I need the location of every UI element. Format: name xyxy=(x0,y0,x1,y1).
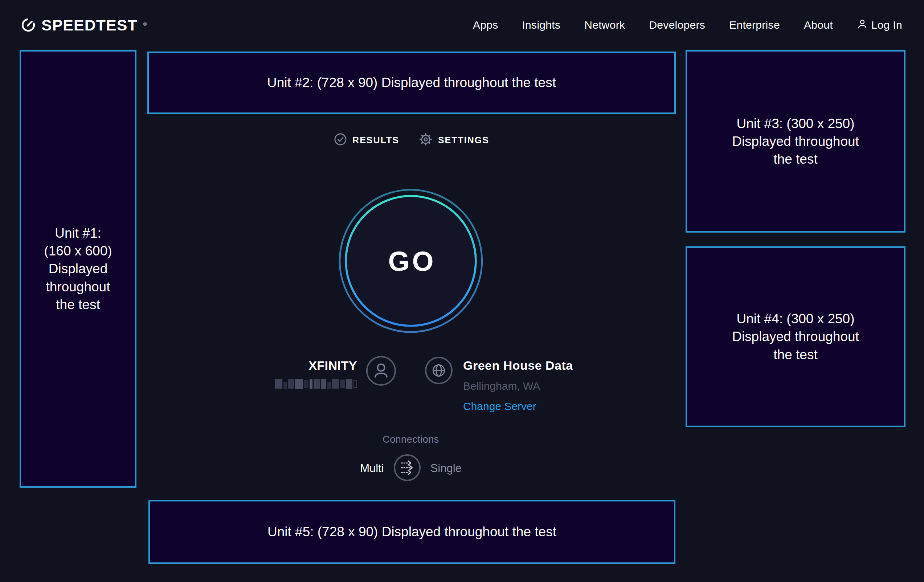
tab-results[interactable]: RESULTS xyxy=(334,133,399,147)
isp-user-icon[interactable] xyxy=(366,356,396,387)
nav-item-developers[interactable]: Developers xyxy=(649,19,705,31)
tab-settings-label: SETTINGS xyxy=(438,135,489,145)
tab-settings[interactable]: SETTINGS xyxy=(419,132,489,148)
gear-icon xyxy=(419,132,432,148)
login-label: Log In xyxy=(871,19,902,31)
ad-unit-4[interactable]: Unit #4: (300 x 250) Displayed throughou… xyxy=(686,246,906,427)
login-button[interactable]: Log In xyxy=(857,18,902,32)
go-button-label: GO xyxy=(335,185,487,337)
isp-info: XFINITY xyxy=(261,356,396,389)
main-nav: Apps Insights Network Developers Enterpr… xyxy=(473,18,902,32)
connection-mode-multi[interactable]: Multi xyxy=(360,462,384,475)
ad-unit-5-text: Unit #5: (728 x 90) Displayed throughout… xyxy=(267,523,556,541)
server-name: Green House Data xyxy=(463,358,573,373)
tab-results-label: RESULTS xyxy=(352,135,399,145)
results-settings-tabs: RESULTS SETTINGS xyxy=(321,131,502,149)
top-nav-bar: SPEEDTEST ® Apps Insights Network Develo… xyxy=(0,0,924,50)
server-info: Green House Data Bellingham, WA Change S… xyxy=(425,356,573,412)
connections-label: Connections xyxy=(383,434,439,445)
ad-unit-5[interactable]: Unit #5: (728 x 90) Displayed throughout… xyxy=(148,500,675,564)
nav-item-about[interactable]: About xyxy=(804,19,833,31)
user-icon xyxy=(857,18,868,32)
go-button[interactable]: GO xyxy=(335,185,487,337)
nav-item-apps[interactable]: Apps xyxy=(473,19,498,31)
ad-unit-3-text: Unit #3: (300 x 250) Displayed throughou… xyxy=(732,115,859,168)
speedtest-logo[interactable]: SPEEDTEST ® xyxy=(20,16,147,34)
ad-unit-2-text: Unit #2: (728 x 90) Displayed throughout… xyxy=(267,74,556,91)
connection-toggle-icon[interactable] xyxy=(393,454,421,483)
globe-icon[interactable] xyxy=(425,356,453,386)
nav-item-insights[interactable]: Insights xyxy=(522,19,560,31)
logo-trademark: ® xyxy=(144,21,147,27)
isp-name: XFINITY xyxy=(309,358,357,373)
nav-item-enterprise[interactable]: Enterprise xyxy=(729,19,780,31)
speedometer-gauge-icon xyxy=(20,17,36,33)
ad-unit-4-text: Unit #4: (300 x 250) Displayed throughou… xyxy=(732,310,859,364)
ad-unit-3[interactable]: Unit #3: (300 x 250) Displayed throughou… xyxy=(686,50,906,232)
check-circle-icon xyxy=(334,133,347,147)
server-location: Bellingham, WA xyxy=(463,380,573,392)
nav-item-network[interactable]: Network xyxy=(584,19,625,31)
logo-wordmark: SPEEDTEST xyxy=(41,16,137,34)
ad-unit-2[interactable]: Unit #2: (728 x 90) Displayed throughout… xyxy=(147,51,676,114)
ad-unit-1-text: Unit #1: (160 x 600) Displayed throughou… xyxy=(44,224,112,313)
isp-redacted-address xyxy=(275,378,357,389)
connection-mode-single[interactable]: Single xyxy=(431,462,462,475)
ad-unit-1[interactable]: Unit #1: (160 x 600) Displayed throughou… xyxy=(20,50,137,488)
change-server-link[interactable]: Change Server xyxy=(463,400,573,412)
connections-section: Connections Multi Single xyxy=(338,434,483,483)
